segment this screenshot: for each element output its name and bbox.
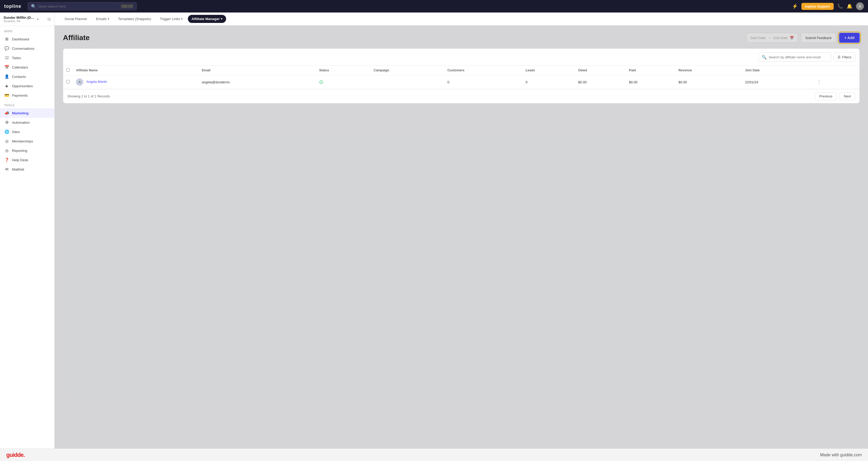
app-body: Dunder Mifflin (D... Scranton, PA ▾ ⊟ Ap… bbox=[0, 12, 868, 449]
guidde-logo: guidde. bbox=[6, 452, 25, 458]
add-button[interactable]: + Add bbox=[839, 33, 860, 43]
calendars-icon: 📅 bbox=[4, 65, 9, 69]
workspace-selector[interactable]: Dunder Mifflin (D... Scranton, PA ▾ ⊟ bbox=[0, 12, 54, 26]
col-actions bbox=[812, 66, 860, 75]
sidebar-item-help-desk[interactable]: ❓ Help Desk bbox=[0, 155, 54, 165]
paid-cell: $0.00 bbox=[626, 75, 675, 89]
marketing-icon: 📣 bbox=[4, 111, 9, 115]
calendar-icon: 📅 bbox=[790, 36, 794, 40]
col-owed: Owed bbox=[575, 66, 626, 75]
memberships-icon: ◎ bbox=[4, 139, 9, 144]
col-join-date: Join Date bbox=[742, 66, 812, 75]
owed-cell: $0.00 bbox=[575, 75, 626, 89]
tasks-icon: ☑ bbox=[4, 56, 9, 60]
nav-social-planner[interactable]: Social Planner bbox=[61, 15, 91, 23]
sidebar-item-calendars[interactable]: 📅 Calendars bbox=[0, 62, 54, 72]
select-all-checkbox[interactable] bbox=[66, 68, 70, 71]
sidebar-item-label: Tasks bbox=[12, 56, 21, 60]
date-range-picker[interactable]: Start Date → End Date 📅 bbox=[746, 33, 798, 43]
topbar-right: ⚡ topline Support 📞 🔔 A bbox=[792, 2, 864, 10]
avatar: A bbox=[76, 78, 83, 86]
sidebar-item-mailfold[interactable]: ✉ Mailfold bbox=[0, 165, 54, 174]
main-content: Affiliate Start Date → End Date 📅 Submit… bbox=[55, 26, 868, 449]
table-footer: Showing 1 to 1 of 1 Records Previous Nex… bbox=[63, 89, 860, 103]
affiliate-name-link[interactable]: Angela Martin bbox=[86, 80, 107, 84]
sidebar-item-label: Dashboard bbox=[12, 37, 29, 41]
col-customers: Customers bbox=[444, 66, 523, 75]
dashboard-icon: ⊞ bbox=[4, 37, 9, 41]
sidebar-item-tasks[interactable]: ☑ Tasks bbox=[0, 53, 54, 62]
search-icon: 🔍 bbox=[31, 4, 36, 9]
table-header-row: Affiliate Name Email Status Campaign Cus… bbox=[63, 66, 860, 75]
page-title: Affiliate bbox=[63, 34, 743, 42]
campaign-cell bbox=[371, 75, 444, 89]
payments-icon: 💳 bbox=[4, 93, 9, 98]
join-date-cell: 22/01/24 bbox=[742, 75, 812, 89]
search-input[interactable] bbox=[38, 4, 119, 8]
email-cell: angela@dundermi. bbox=[199, 75, 316, 89]
workspace-sub: Scranton, PA bbox=[4, 20, 34, 23]
row-checkbox-cell bbox=[63, 75, 73, 89]
opportunities-icon: ◈ bbox=[4, 84, 9, 88]
table-search-container: 🔍 bbox=[758, 52, 831, 62]
col-leads: Leads bbox=[523, 66, 575, 75]
sidebar-item-opportunities[interactable]: ◈ Opportunities bbox=[0, 81, 54, 91]
records-info: Showing 1 to 1 of 1 Records bbox=[67, 94, 812, 98]
nav-affiliate-manager[interactable]: Affiliate Manager ▾ bbox=[188, 15, 226, 23]
sidebar-collapse-icon[interactable]: ⊟ bbox=[48, 17, 51, 22]
row-checkbox[interactable] bbox=[66, 80, 70, 83]
sidebar-item-label: Marketing bbox=[12, 111, 29, 115]
sidebar-item-sites[interactable]: 🌐 Sites bbox=[0, 127, 54, 137]
support-button[interactable]: topline Support bbox=[801, 3, 834, 10]
lightning-icon[interactable]: ⚡ bbox=[792, 3, 798, 9]
automation-icon: ⚙ bbox=[4, 120, 9, 125]
avatar[interactable]: A bbox=[856, 2, 864, 10]
conversations-icon: 💬 bbox=[4, 46, 9, 51]
table-row: A Angela Martin angela@dundermi. ⊙ 0 0 $… bbox=[63, 75, 860, 89]
sidebar-item-label: Reporting bbox=[12, 149, 27, 153]
feedback-button[interactable]: Submit Feedback bbox=[801, 33, 836, 43]
sidebar-item-reporting[interactable]: ◎ Reporting bbox=[0, 146, 54, 155]
nav-templates[interactable]: Templates (Snippets) bbox=[115, 15, 155, 23]
sidebar-item-conversations[interactable]: 💬 Conversations bbox=[0, 44, 54, 53]
sidebar-item-label: Conversations bbox=[12, 47, 34, 51]
sidebar-item-dashboard[interactable]: ⊞ Dashboard bbox=[0, 34, 54, 44]
col-status: Status bbox=[316, 66, 370, 75]
nav-trigger-links[interactable]: Trigger Links ▾ bbox=[156, 15, 186, 23]
sidebar-item-label: Automation bbox=[12, 121, 30, 124]
affiliate-table: Affiliate Name Email Status Campaign Cus… bbox=[63, 66, 860, 89]
contacts-icon: 👤 bbox=[4, 74, 9, 79]
workspace-name: Dunder Mifflin (D... bbox=[4, 16, 34, 20]
revenue-cell: $0.00 bbox=[675, 75, 742, 89]
next-button[interactable]: Next bbox=[839, 92, 855, 100]
filters-button[interactable]: ☰ Filters bbox=[834, 52, 855, 62]
sidebar-item-contacts[interactable]: 👤 Contacts bbox=[0, 72, 54, 81]
start-date-placeholder: Start Date bbox=[750, 36, 766, 40]
mailfold-icon: ✉ bbox=[4, 167, 9, 172]
row-actions-button[interactable]: ⋮ bbox=[815, 79, 823, 85]
sidebar-item-label: Payments bbox=[12, 93, 28, 97]
sidebar-item-label: Opportunities bbox=[12, 84, 33, 88]
guidde-tagline: Made with guidde.com bbox=[820, 453, 862, 457]
search-shortcut: Ctrl + K bbox=[121, 4, 133, 8]
section-label-apps: Apps bbox=[0, 26, 54, 34]
nav-emails[interactable]: Emails ▾ bbox=[92, 15, 113, 23]
trigger-links-chevron-icon: ▾ bbox=[181, 17, 183, 21]
sidebar-item-payments[interactable]: 💳 Payments bbox=[0, 91, 54, 100]
bell-icon[interactable]: 🔔 bbox=[847, 3, 852, 9]
customers-cell: 0 bbox=[444, 75, 523, 89]
help-desk-icon: ❓ bbox=[4, 157, 9, 162]
sidebar-item-memberships[interactable]: ◎ Memberships bbox=[0, 137, 54, 146]
table-search-input[interactable] bbox=[769, 55, 828, 59]
status-active-icon: ⊙ bbox=[319, 79, 323, 85]
previous-button[interactable]: Previous bbox=[815, 92, 837, 100]
topbar-logo: topline bbox=[4, 4, 21, 9]
sidebar-item-label: Contacts bbox=[12, 75, 26, 79]
emails-chevron-icon: ▾ bbox=[108, 17, 109, 21]
phone-icon[interactable]: 📞 bbox=[837, 3, 843, 9]
sidebar-item-automation[interactable]: ⚙ Automation bbox=[0, 118, 54, 127]
sidebar: Dunder Mifflin (D... Scranton, PA ▾ ⊟ Ap… bbox=[0, 12, 55, 449]
affiliate-name-cell: A Angela Martin bbox=[73, 75, 199, 89]
sites-icon: 🌐 bbox=[4, 129, 9, 134]
sidebar-item-marketing[interactable]: 📣 Marketing bbox=[0, 108, 54, 118]
